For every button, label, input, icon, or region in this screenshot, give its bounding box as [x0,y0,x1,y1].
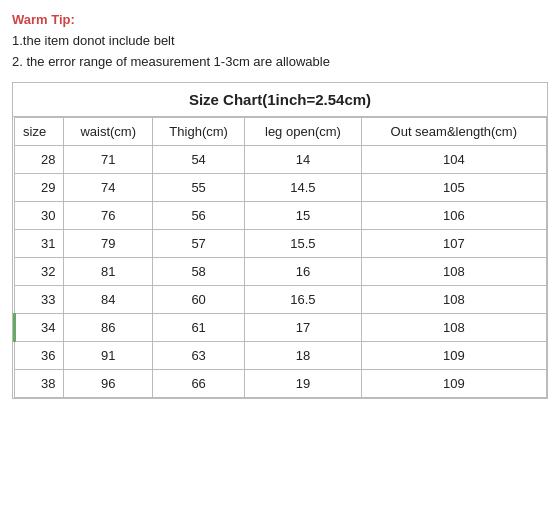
cell-r8-c3: 19 [245,370,361,398]
table-title: Size Chart(1inch=2.54cm) [13,83,547,117]
cell-r4-c0: 32 [15,258,64,286]
warm-tip-section: Warm Tip: 1.the item donot include belt … [12,10,548,72]
size-chart-table: sizewaist(cm)Thigh(cm)leg open(cm)Out se… [13,117,547,398]
cell-r1-c4: 105 [361,174,546,202]
cell-r2-c2: 56 [152,202,244,230]
cell-r2-c3: 15 [245,202,361,230]
column-header-3: leg open(cm) [245,118,361,146]
cell-r1-c2: 55 [152,174,244,202]
header-row: sizewaist(cm)Thigh(cm)leg open(cm)Out se… [15,118,547,146]
table-row: 28715414104 [15,146,547,174]
warm-tip-line1: 1.the item donot include belt [12,31,548,52]
cell-r8-c0: 38 [15,370,64,398]
table-row: 30765615106 [15,202,547,230]
cell-r5-c4: 108 [361,286,546,314]
table-row: 36916318109 [15,342,547,370]
table-row: 38966619109 [15,370,547,398]
cell-r3-c2: 57 [152,230,244,258]
table-body: 2871541410429745514.51053076561510631795… [15,146,547,398]
table-row: 34866117108 [15,314,547,342]
cell-r2-c4: 106 [361,202,546,230]
warm-tip-title: Warm Tip: [12,10,548,31]
cell-r8-c2: 66 [152,370,244,398]
cell-r3-c3: 15.5 [245,230,361,258]
cell-r8-c1: 96 [64,370,152,398]
cell-r5-c3: 16.5 [245,286,361,314]
cell-r4-c2: 58 [152,258,244,286]
cell-r0-c2: 54 [152,146,244,174]
cell-r4-c3: 16 [245,258,361,286]
cell-r6-c4: 108 [361,314,546,342]
cell-r6-c1: 86 [64,314,152,342]
cell-r1-c3: 14.5 [245,174,361,202]
table-row: 29745514.5105 [15,174,547,202]
cell-r5-c1: 84 [64,286,152,314]
cell-r6-c2: 61 [152,314,244,342]
cell-r7-c2: 63 [152,342,244,370]
cell-r2-c0: 30 [15,202,64,230]
cell-r2-c1: 76 [64,202,152,230]
cell-r5-c2: 60 [152,286,244,314]
cell-r8-c4: 109 [361,370,546,398]
main-container: Warm Tip: 1.the item donot include belt … [0,0,560,409]
cell-r0-c3: 14 [245,146,361,174]
cell-r3-c0: 31 [15,230,64,258]
cell-r4-c4: 108 [361,258,546,286]
column-header-2: Thigh(cm) [152,118,244,146]
table-header: sizewaist(cm)Thigh(cm)leg open(cm)Out se… [15,118,547,146]
cell-r6-c0: 34 [15,314,64,342]
column-header-1: waist(cm) [64,118,152,146]
column-header-0: size [15,118,64,146]
table-row: 32815816108 [15,258,547,286]
cell-r1-c1: 74 [64,174,152,202]
table-row: 33846016.5108 [15,286,547,314]
cell-r7-c3: 18 [245,342,361,370]
column-header-4: Out seam&length(cm) [361,118,546,146]
cell-r0-c4: 104 [361,146,546,174]
cell-r0-c0: 28 [15,146,64,174]
cell-r3-c1: 79 [64,230,152,258]
size-chart-wrapper: Size Chart(1inch=2.54cm) sizewaist(cm)Th… [12,82,548,399]
cell-r0-c1: 71 [64,146,152,174]
table-row: 31795715.5107 [15,230,547,258]
cell-r7-c4: 109 [361,342,546,370]
cell-r6-c3: 17 [245,314,361,342]
cell-r7-c1: 91 [64,342,152,370]
cell-r7-c0: 36 [15,342,64,370]
cell-r4-c1: 81 [64,258,152,286]
cell-r3-c4: 107 [361,230,546,258]
cell-r1-c0: 29 [15,174,64,202]
cell-r5-c0: 33 [15,286,64,314]
warm-tip-line2: 2. the error range of measurement 1-3cm … [12,52,548,73]
